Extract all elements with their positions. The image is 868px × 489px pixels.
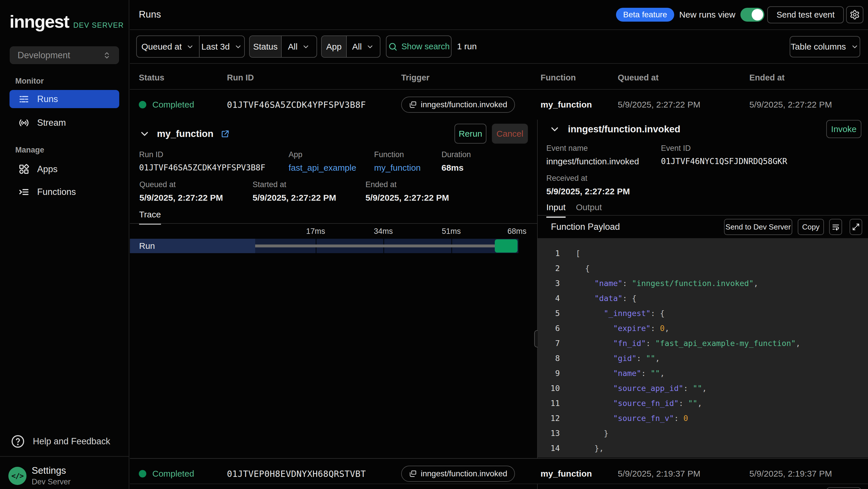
row-trigger-chip[interactable]: inngest/function.invoked	[401, 466, 515, 482]
sidebar-item-stream[interactable]: Stream	[9, 114, 119, 132]
toggle-knob	[752, 9, 763, 21]
logo-dev-server-label: DEV SERVER	[73, 21, 124, 29]
cancel-button[interactable]: Cancel	[492, 124, 528, 144]
table-row[interactable]: Completed 01JTVEP0H8EVDNYXH68QRSTVBT inn…	[130, 459, 868, 484]
app-filter-value: All	[352, 42, 362, 52]
time-field-filter: Queued at Last 3d	[136, 35, 245, 58]
app-link[interactable]: fast_api_example	[288, 163, 356, 173]
trace-track	[255, 239, 518, 253]
settings-entry[interactable]: </> Settings Dev Server	[8, 465, 70, 486]
sidebar-section-monitor: Monitor	[15, 77, 44, 86]
sidebar: inngest DEV SERVER Development Monitor R…	[0, 0, 129, 489]
show-search-button[interactable]: Show search	[386, 35, 452, 58]
event-id-field: Event ID 01JTVF46NYC1QSFJDNRDQ58GKR	[661, 144, 787, 166]
time-field-dropdown-label: Queued at	[142, 42, 182, 52]
meta-run-id: Run ID 01JTVF46SA5ZCDK4YPFSPV3B8F	[139, 150, 265, 172]
trace-run-row[interactable]: Run	[130, 239, 518, 253]
sidebar-item-runs-label: Runs	[37, 94, 58, 104]
invoke-button[interactable]: Invoke	[826, 120, 861, 138]
meta-function: Function my_function	[374, 150, 421, 173]
column-header-ended-at: Ended at	[749, 73, 784, 83]
trace-run-label: Run	[130, 239, 255, 253]
table-columns-label: Table columns	[791, 42, 846, 52]
gear-icon	[849, 9, 860, 20]
column-header-function: Function	[540, 73, 576, 83]
external-link-icon[interactable]	[221, 129, 230, 138]
panel-divider	[537, 484, 538, 489]
new-runs-view-toggle[interactable]	[740, 8, 764, 22]
time-range-dropdown-value: Last 3d	[201, 42, 229, 52]
payload-title: Function Payload	[551, 222, 620, 232]
row-queued-at: 5/9/2025, 2:27:22 PM	[618, 100, 701, 110]
time-range-dropdown[interactable]: Last 3d	[199, 36, 244, 57]
sidebar-item-functions[interactable]: Functions	[9, 183, 119, 201]
send-to-dev-server-button[interactable]: Send to Dev Server	[724, 219, 792, 235]
row-run-id: 01JTVF46SA5ZCDK4YPFSPV3B8F	[227, 100, 366, 110]
event-panel-title: inngest/function.invoked	[568, 124, 681, 135]
run-detail-expanded-partial	[130, 484, 868, 489]
runs-table-header: Status Run ID Trigger Function Queued at…	[130, 64, 868, 90]
help-icon	[10, 434, 25, 449]
status-filter-dropdown[interactable]: All	[281, 36, 316, 57]
chevron-down-icon	[550, 124, 560, 134]
row-trigger-chip[interactable]: inngest/function.invoked	[401, 96, 515, 113]
rerun-button[interactable]: Rerun	[455, 124, 487, 144]
status-filter-label: Status	[250, 36, 281, 57]
tab-trace[interactable]: Trace	[139, 210, 161, 225]
trace-queue-span	[255, 244, 495, 248]
sidebar-item-runs[interactable]: Runs	[9, 90, 119, 108]
trace-axis-label: 51ms	[442, 227, 461, 236]
trace-run-span	[495, 239, 518, 253]
app-filter-dropdown[interactable]: All	[346, 36, 380, 57]
sidebar-item-functions-label: Functions	[37, 187, 76, 197]
event-name-field: Event name inngest/function.invoked	[546, 144, 639, 166]
sidebar-item-apps[interactable]: Apps	[9, 160, 119, 178]
time-field-dropdown[interactable]: Queued at	[137, 36, 199, 57]
function-link[interactable]: my_function	[374, 163, 421, 173]
event-windows-icon	[409, 470, 417, 478]
app-filter: App All	[321, 35, 380, 58]
trace-divider	[130, 223, 537, 224]
column-header-status: Status	[139, 73, 164, 83]
trace-axis-label: 68ms	[507, 227, 526, 236]
status-filter-value: All	[288, 42, 298, 52]
sidebar-footer-divider	[0, 456, 129, 457]
stream-icon	[18, 117, 30, 128]
payload-code-editor[interactable]: 1[2 {3 "name": "inngest/function.invoked…	[538, 238, 868, 458]
settings-gear-button[interactable]	[846, 6, 863, 23]
search-icon	[388, 42, 398, 52]
payload-header: Function Payload Send to Dev Server Copy	[538, 216, 868, 238]
run-detail-left: my_function Rerun Cancel Run ID 01JTVF46…	[130, 120, 537, 458]
event-accordion[interactable]: inngest/function.invoked	[538, 120, 681, 138]
row-ended-at: 5/9/2025, 2:27:22 PM	[749, 100, 832, 110]
meta-ended-at: Ended at 5/9/2025, 2:27:22 PM	[366, 180, 449, 203]
word-wrap-button[interactable]	[829, 219, 842, 235]
received-at-field: Received at 5/9/2025, 2:27:22 PM	[546, 174, 630, 196]
row-status: Completed	[152, 100, 194, 110]
inngest-dev-server-app: inngest DEV SERVER Development Monitor R…	[0, 0, 868, 489]
event-windows-icon	[409, 100, 417, 109]
trace-axis-label: 17ms	[306, 227, 325, 236]
table-columns-button[interactable]: Table columns	[790, 36, 860, 57]
event-panel: inngest/function.invoked Invoke Event na…	[538, 120, 868, 458]
top-bar-actions: Beta feature New runs view Send test eve…	[616, 0, 863, 29]
status-dot-completed	[139, 470, 146, 478]
word-wrap-icon	[831, 223, 840, 231]
workspace-select[interactable]: Development	[10, 47, 119, 64]
logo[interactable]: inngest DEV SERVER	[9, 13, 124, 31]
copy-button[interactable]: Copy	[798, 219, 824, 235]
page-title: Runs	[139, 9, 161, 20]
column-header-queued-at: Queued at	[618, 73, 659, 83]
table-row[interactable]: Completed 01JTVF46SA5ZCDK4YPFSPV3B8F inn…	[130, 90, 868, 120]
sidebar-item-stream-label: Stream	[37, 118, 66, 128]
invoke-button[interactable]	[826, 487, 861, 489]
main-content: Runs Beta feature New runs view Send tes…	[130, 0, 868, 489]
fullscreen-button[interactable]	[849, 219, 862, 235]
function-accordion[interactable]: my_function	[130, 124, 230, 144]
meta-duration: Duration 68ms	[441, 150, 471, 173]
show-search-label: Show search	[401, 42, 450, 51]
help-and-feedback[interactable]: Help and Feedback	[10, 434, 110, 449]
unfold-chevrons-icon	[102, 51, 112, 60]
send-test-event-button[interactable]: Send test event	[767, 6, 844, 23]
chevron-down-icon	[140, 128, 150, 139]
